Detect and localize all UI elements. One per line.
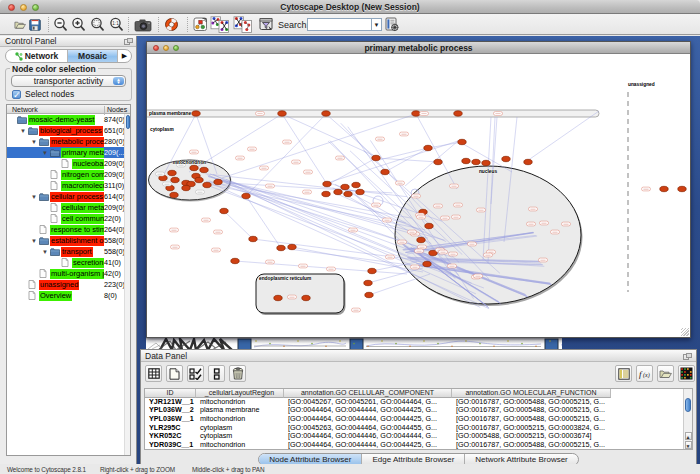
tree-expand-icon[interactable]: ▼ (29, 194, 39, 200)
create-view-button[interactable] (210, 16, 230, 33)
frame-resize-grip[interactable] (681, 328, 689, 336)
tab-mosaic[interactable]: Mosaic (68, 50, 118, 62)
table-row[interactable]: YLR295Ccytoplasm[GO:0045263, GO:0044464,… (145, 424, 692, 433)
network-node[interactable] (356, 189, 364, 194)
tree-expand-icon[interactable]: ▼ (40, 249, 50, 255)
manage-networks-button[interactable] (192, 16, 208, 33)
network-graph[interactable]: plasma membranecytoplasmnucleusmitochond… (147, 54, 690, 331)
table-row[interactable]: YPL036W__2plasma membrane[GO:0044464, GO… (145, 406, 692, 415)
filter-button[interactable] (258, 16, 274, 33)
network-node[interactable] (242, 193, 250, 198)
network-node[interactable] (372, 155, 380, 160)
tree-row-transport[interactable]: ▼transport558(0) (7, 246, 125, 257)
zoom-fit-button[interactable]: 1:1 (109, 16, 124, 33)
tree-expand-icon[interactable]: ▼ (29, 238, 39, 244)
table-column-header[interactable]: annotation.GO CELLULAR_COMPONENT (284, 389, 452, 398)
tree-row-establishment-of-localiz[interactable]: ▼establishment of localiz558(0) (7, 235, 125, 246)
search-config-button[interactable] (384, 16, 399, 33)
destroy-view-button[interactable] (233, 16, 253, 33)
table-row[interactable]: YJR121W__1mitochondrion[GO:0045267, GO:0… (145, 398, 692, 407)
attribute-matrix-button[interactable] (678, 365, 695, 382)
window-titlebar[interactable]: Cytoscape Desktop (New Session) (0, 0, 700, 14)
network-node[interactable] (482, 160, 490, 165)
scroll-down-button[interactable]: ▼ (685, 441, 692, 449)
network-node[interactable] (200, 167, 208, 172)
table-row[interactable]: YPL036W__1mitochondrion[GO:0044464, GO:0… (145, 415, 692, 424)
network-node[interactable] (231, 258, 239, 263)
tree-row-primary-metabolic-process[interactable]: ▼primary metabolic process209(... (7, 147, 125, 158)
data-panel-float-icon[interactable] (683, 353, 692, 360)
tree-row-response-to-stimulus[interactable]: response to stimulus264(0) (7, 224, 125, 235)
network-node[interactable] (322, 111, 330, 116)
tree-row-overview[interactable]: Overview8(0) (7, 290, 125, 301)
network-node[interactable] (192, 111, 200, 116)
tree-row-metabolic-process[interactable]: ▼metabolic process280(0) (7, 136, 125, 147)
network-node[interactable] (195, 177, 203, 182)
network-node[interactable] (322, 191, 330, 196)
network-node[interactable] (678, 186, 686, 191)
network-node[interactable] (458, 139, 466, 144)
import-attributes-button[interactable] (657, 365, 674, 382)
tree-expand-icon[interactable]: ▼ (29, 139, 39, 145)
table-scrollbar-thumb[interactable] (685, 398, 691, 412)
network-node[interactable] (502, 156, 510, 161)
tree-row-mosaic-demo-yeast[interactable]: mosaic-demo-yeast874(0) (7, 114, 125, 125)
select-nodes-checkbox[interactable]: ✓ (12, 90, 21, 99)
network-node[interactable] (365, 292, 373, 297)
tree-row-macromolecule-metab[interactable]: macromolecule metab311(0) (7, 180, 125, 191)
plasma-membrane-region[interactable] (147, 110, 599, 117)
network-node[interactable] (288, 244, 296, 249)
search-dropdown-button[interactable]: ▼ (371, 18, 382, 31)
zoom-selected-button[interactable] (90, 16, 105, 33)
network-node[interactable] (472, 159, 480, 164)
table-column-header[interactable]: ID (145, 389, 196, 398)
network-node[interactable] (278, 111, 286, 116)
tree-scrollbar-thumb[interactable] (126, 115, 131, 129)
network-node[interactable] (660, 186, 668, 191)
tree-row-nucleobase-containing[interactable]: nucleobase-containing209(0) (7, 158, 125, 169)
network-node[interactable] (277, 245, 285, 250)
tree-row-nitrogen-compound-meta[interactable]: nitrogen compound meta209(0) (7, 169, 125, 180)
new-attribute-button[interactable] (166, 365, 183, 382)
network-node[interactable] (364, 280, 372, 285)
select-attributes-button[interactable] (145, 365, 162, 382)
network-node[interactable] (368, 268, 376, 273)
tree-row-cellular-process[interactable]: ▼cellular process614(0) (7, 191, 125, 202)
network-canvas[interactable]: plasma membranecytoplasmnucleusmitochond… (147, 54, 690, 331)
network-node[interactable] (524, 159, 532, 164)
network-node[interactable] (334, 189, 342, 194)
network-node[interactable] (417, 237, 425, 242)
tree-expand-icon[interactable]: ▼ (40, 150, 50, 156)
node-color-combo[interactable]: transporter activity ▲▼ (11, 75, 126, 87)
unselect-all-attributes-button[interactable] (208, 365, 225, 382)
network-node[interactable] (412, 111, 420, 116)
tree-expand-icon[interactable]: ▼ (18, 128, 28, 134)
network-node[interactable] (425, 223, 433, 228)
network-node[interactable] (171, 177, 179, 182)
network-node[interactable] (381, 169, 389, 174)
network-node[interactable] (423, 261, 431, 266)
table-column-header[interactable]: annotation.GO MOLECULAR_FUNCTION (452, 389, 611, 398)
select-all-attributes-button[interactable] (187, 365, 204, 382)
open-session-button[interactable] (14, 16, 26, 33)
scroll-up-button[interactable]: ▲ (685, 432, 692, 440)
network-node[interactable] (424, 145, 432, 150)
network-node[interactable] (220, 208, 228, 213)
table-row[interactable]: YKR052Ccytoplasm[GO:0044464, GO:0044446,… (145, 432, 692, 441)
nucleus-region[interactable] (395, 166, 581, 304)
tree-row-unassigned[interactable]: unassigned223(0) (7, 279, 125, 290)
network-node[interactable] (168, 170, 176, 175)
tree-row-multi-organism-proce[interactable]: multi-organism proce42(0) (7, 268, 125, 279)
table-column-header[interactable]: _cellularLayoutRegion (196, 389, 284, 398)
network-node[interactable] (274, 295, 282, 300)
tree-scrollbar[interactable] (124, 114, 130, 455)
network-node[interactable] (454, 111, 462, 116)
function-builder-button[interactable]: f(x) (636, 365, 653, 382)
tree-row-biological-process[interactable]: ▼biological_process651(0) (7, 125, 125, 136)
tab-network[interactable]: Network (6, 50, 68, 62)
network-node[interactable] (190, 165, 198, 170)
tab-overflow-button[interactable]: ▶ (118, 50, 131, 62)
zoom-in-button[interactable] (71, 16, 86, 33)
table-scrollbar[interactable]: ▲ ▼ (683, 389, 692, 449)
frame-titlebar[interactable]: primary metabolic process (147, 42, 690, 54)
